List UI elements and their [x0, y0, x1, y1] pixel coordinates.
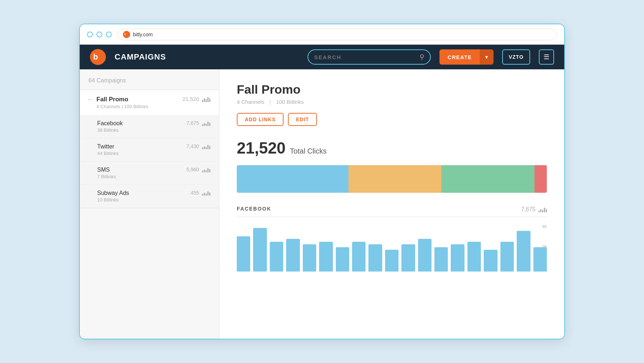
channel-meta-subway: 10 Bitlinks: [97, 197, 191, 203]
channel-info-twitter: Twitter 44 Bitlinks: [97, 143, 186, 156]
top-nav: b CAMPAIGNS ⚲ CREATE ▼ VZTO ☰: [80, 45, 564, 69]
channel-list: Facebook 39 Bitlinks 7,675: [80, 115, 219, 208]
user-button[interactable]: VZTO: [502, 49, 530, 65]
chart-bar: [270, 242, 283, 272]
chart-bar: [336, 247, 349, 272]
hamburger-icon: ☰: [544, 53, 549, 61]
chart-bar: [303, 244, 316, 272]
channel-info-sms: SMS 7 Bitlinks: [97, 167, 186, 179]
svg-text:b: b: [93, 52, 98, 61]
facebook-bar-icon: [538, 207, 547, 212]
chevron-down-icon: ▼: [484, 54, 489, 60]
campaign-count: 21,520: [182, 96, 199, 102]
chart-bar: [467, 242, 481, 272]
bar-icon-twitter: [202, 143, 210, 149]
campaign-meta: 4 Channels | 100 Bitlinks: [96, 104, 179, 109]
search-input[interactable]: [314, 54, 416, 60]
add-links-button[interactable]: ADD LINKS: [237, 113, 284, 126]
page-title: CAMPAIGNS: [115, 52, 166, 62]
channel-info-facebook: Facebook 39 Bitlinks: [97, 120, 186, 133]
channel-item-subway[interactable]: Subway Ads 10 Bitlinks 455: [80, 185, 219, 208]
channel-stats-twitter: 7,430: [186, 143, 210, 149]
stacked-bar-chart: [237, 165, 547, 193]
channel-meta-twitter: 44 Bitlinks: [97, 151, 186, 156]
channel-name-sms: SMS: [97, 167, 186, 173]
facebook-section-count: 7,675: [521, 206, 547, 213]
action-buttons: ADD LINKS EDIT: [237, 113, 547, 126]
search-icon: ⚲: [420, 53, 424, 61]
browser-dots: [87, 32, 112, 37]
bar-icon-subway: [202, 190, 210, 196]
facebook-count: 7,675: [521, 206, 536, 213]
bar-icon-facebook: [202, 120, 210, 126]
chart-bar: [451, 244, 464, 272]
channel-meta-sms: 7 Bitlinks: [97, 174, 186, 179]
browser-bar: b bitly.com: [80, 24, 564, 45]
campaign-detail-title: Fall Promo: [237, 82, 547, 97]
channel-name-twitter: Twitter: [97, 143, 186, 150]
chart-bar: [418, 239, 432, 272]
browser-dot-1: [87, 32, 93, 37]
search-bar[interactable]: ⚲: [307, 49, 431, 65]
create-button[interactable]: CREATE: [439, 49, 480, 65]
bar-segment-twitter: [348, 165, 442, 193]
create-button-group: CREATE ▼: [439, 49, 494, 65]
bitly-favicon: b: [123, 31, 130, 38]
bitlinks-count-label: 100 Bitlinks: [276, 99, 304, 105]
chart-bar: [352, 242, 366, 272]
channel-count-subway: 455: [191, 190, 199, 196]
chevron-icon: ⤎: [88, 97, 93, 102]
channel-meta-facebook: 39 Bitlinks: [97, 127, 186, 133]
campaign-name: Fall Promo: [96, 96, 179, 103]
chart-label-4k: 4K: [542, 224, 547, 229]
chart-bar: [533, 247, 547, 272]
chart-bar: [434, 247, 448, 272]
channel-item-facebook[interactable]: Facebook 39 Bitlinks 7,675: [80, 115, 219, 138]
total-clicks: 21,520 Total Clicks: [237, 139, 547, 157]
chart-bar: [237, 236, 250, 272]
campaign-detail-meta: 4 Channels | 100 Bitlinks: [237, 99, 547, 105]
channel-item-twitter[interactable]: Twitter 44 Bitlinks 7,430: [80, 138, 219, 162]
menu-button[interactable]: ☰: [539, 49, 554, 65]
total-clicks-number: 21,520: [237, 139, 286, 157]
chart-label-2k: 2K: [542, 244, 547, 249]
chart-bar: [319, 242, 333, 272]
channel-info-subway: Subway Ads 10 Bitlinks: [97, 190, 191, 203]
chart-bar: [500, 242, 514, 272]
channel-stats-sms: 5,960: [186, 167, 210, 172]
chart-bar: [517, 231, 530, 272]
create-dropdown-button[interactable]: ▼: [480, 49, 494, 65]
channel-stats-facebook: 7,675: [186, 120, 210, 126]
sidebar-header: 64 Campaigns: [80, 69, 219, 90]
chart-bar: [368, 244, 382, 272]
bar-segment-subway: [534, 165, 547, 193]
edit-button[interactable]: EDIT: [288, 113, 317, 126]
channel-name-subway: Subway Ads: [97, 190, 191, 196]
chart-bar: [253, 228, 267, 272]
channel-count-facebook: 7,675: [186, 120, 199, 126]
app-container: b CAMPAIGNS ⚲ CREATE ▼ VZTO ☰: [80, 45, 564, 339]
channel-count-twitter: 7,430: [186, 143, 199, 149]
bar-segment-facebook: [237, 165, 348, 193]
campaign-main-row[interactable]: ⤎ Fall Promo 4 Channels | 100 Bitlinks 2…: [80, 90, 219, 115]
facebook-bar-chart: 4K 2K: [237, 224, 547, 272]
browser-dot-3: [106, 32, 112, 37]
campaign-stats: 21,520: [182, 96, 210, 102]
facebook-section-header: FACEBOOK 7,675: [237, 206, 547, 217]
channel-item-sms[interactable]: SMS 7 Bitlinks 5,960: [80, 162, 219, 185]
channel-count-sms: 5,960: [186, 167, 199, 172]
address-bar[interactable]: b bitly.com: [117, 29, 557, 40]
campaign-item: ⤎ Fall Promo 4 Channels | 100 Bitlinks 2…: [80, 90, 219, 208]
bitly-logo: b: [90, 49, 106, 65]
bar-chart-icon: [202, 96, 210, 102]
browser-window: b bitly.com b CAMPAIGNS ⚲ CREATE ▼ VZTO: [79, 24, 565, 339]
chart-bar: [484, 250, 497, 272]
facebook-section-title: FACEBOOK: [237, 206, 271, 212]
sidebar: 64 Campaigns ⤎ Fall Promo 4 Channels | 1…: [80, 69, 219, 339]
svg-text:b: b: [124, 32, 126, 36]
main-panel: Fall Promo 4 Channels | 100 Bitlinks ADD…: [219, 69, 564, 339]
chart-bar: [385, 250, 399, 272]
channels-count-label: 4 Channels: [237, 99, 264, 105]
chart-bar: [286, 239, 300, 272]
browser-dot-2: [96, 32, 102, 37]
